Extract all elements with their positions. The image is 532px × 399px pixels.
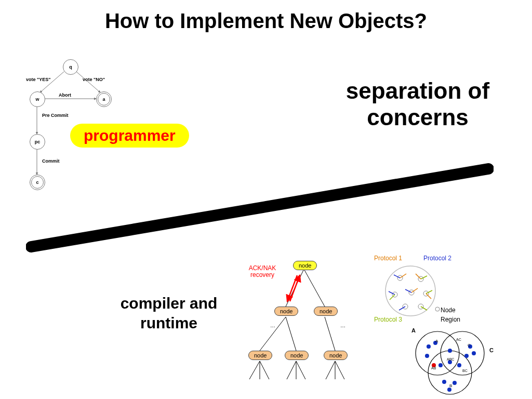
node-tree-diagram: … … node node node node node node ACK/NA…	[239, 255, 369, 390]
svg-line-11	[249, 361, 260, 379]
slide-title: How to Implement New Objects?	[0, 9, 532, 33]
tree-node: node	[324, 351, 348, 360]
svg-point-53	[472, 351, 476, 355]
venn-C2: C	[468, 343, 471, 348]
venn-A2: A	[435, 339, 438, 343]
svg-point-44	[435, 307, 440, 311]
tree-node: node	[314, 307, 338, 316]
venn-A: A	[411, 327, 416, 334]
svg-text:…: …	[340, 323, 345, 328]
venn-B2: B	[449, 383, 452, 388]
sm-node-pc: pc	[30, 134, 45, 150]
svg-point-52	[464, 354, 469, 358]
svg-point-54	[442, 380, 446, 384]
svg-point-55	[453, 381, 457, 385]
sm-node-a: a	[96, 91, 112, 107]
svg-line-22	[290, 275, 300, 301]
venn-AB: AB	[431, 366, 436, 370]
svg-line-8	[260, 317, 286, 351]
svg-line-17	[326, 361, 335, 379]
svg-line-2	[76, 72, 100, 92]
svg-point-58	[438, 363, 443, 367]
sm-edge-abort: Abort	[59, 92, 71, 98]
separation-of-concerns-label: separation of concerns	[324, 78, 511, 130]
protocol-diagram: Protocol 1 Protocol 2 Protocol 3 Node Re…	[374, 255, 520, 399]
svg-line-23	[287, 275, 297, 301]
venn-BC: BC	[462, 369, 468, 373]
venn-diagram-icon	[405, 325, 509, 399]
sm-edge-precommit: Pre Commit	[42, 113, 63, 118]
svg-point-48	[427, 344, 431, 349]
sm-node-c: c	[30, 175, 45, 190]
venn-C: C	[489, 347, 494, 353]
tree-node: node	[274, 307, 298, 316]
sm-node-q: q	[63, 59, 78, 75]
tree-node: node	[285, 351, 309, 360]
svg-point-59	[457, 363, 461, 367]
svg-line-10	[325, 317, 335, 351]
sm-node-w: w	[30, 91, 45, 107]
svg-point-50	[425, 354, 429, 358]
svg-line-13	[260, 361, 269, 379]
svg-line-9	[286, 317, 296, 351]
svg-line-16	[296, 361, 305, 379]
svg-text:…: …	[270, 323, 275, 328]
svg-line-19	[335, 361, 344, 379]
svg-point-57	[448, 349, 452, 353]
state-machine-diagram: q w a pc c vote "YES" vote "NO" Abort Pr…	[18, 52, 143, 197]
ack-nak-label: ACK/NAK recovery	[244, 265, 281, 278]
sm-edge-precommit-text: Pre Commit	[42, 113, 63, 118]
sm-edge-vote-yes: vote "YES"	[26, 77, 51, 82]
venn-AC: AC	[456, 338, 461, 341]
svg-line-7	[304, 269, 325, 307]
svg-point-45	[416, 331, 459, 375]
protocol2-label: Protocol 2	[423, 255, 451, 262]
svg-line-14	[287, 361, 296, 379]
tree-node-root: node	[293, 261, 317, 270]
tree-node: node	[248, 351, 272, 360]
svg-line-1	[40, 72, 64, 92]
sm-edge-vote-no: vote "NO"	[83, 77, 105, 82]
venn-ABC: ABC	[447, 357, 454, 361]
slide: How to Implement New Objects? separation…	[0, 0, 532, 399]
protocol-network-icon	[374, 262, 457, 325]
svg-point-56	[447, 388, 451, 392]
protocol1-label: Protocol 1	[374, 255, 402, 262]
sm-edge-commit: Commit	[42, 158, 60, 164]
compiler-runtime-label: compiler and runtime	[101, 294, 236, 332]
